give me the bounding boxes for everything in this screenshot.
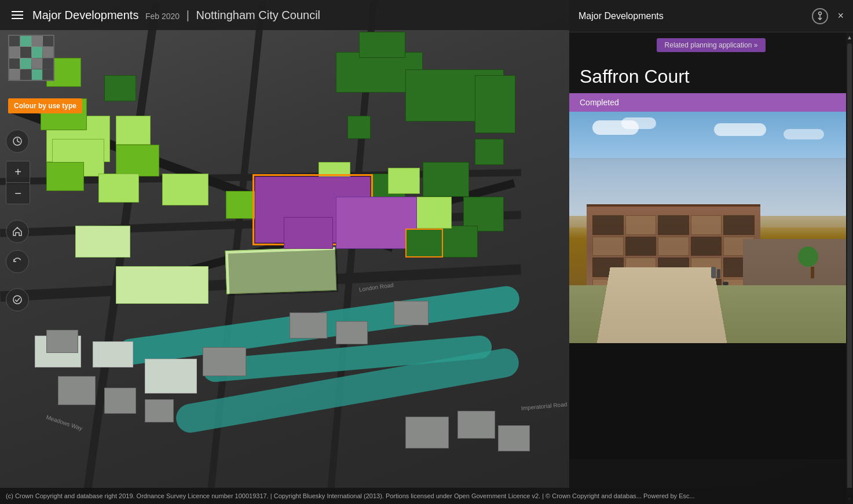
building-lime3[interactable] bbox=[116, 116, 151, 145]
tree-trunk bbox=[811, 267, 814, 278]
cloud2 bbox=[621, 117, 656, 129]
building-mid-green2[interactable] bbox=[116, 145, 159, 176]
panel-extra-content bbox=[569, 343, 853, 459]
building-green-dark10[interactable] bbox=[347, 116, 371, 139]
zoom-in-button[interactable]: + bbox=[6, 161, 30, 182]
building[interactable] bbox=[46, 330, 78, 353]
scrollbar-thumb[interactable] bbox=[847, 43, 852, 493]
building-gray2[interactable] bbox=[336, 321, 368, 344]
building-lime5[interactable] bbox=[162, 174, 208, 205]
building[interactable] bbox=[203, 347, 246, 376]
building-gray6[interactable] bbox=[145, 399, 174, 422]
photo-tree bbox=[807, 247, 818, 278]
building-gray5[interactable] bbox=[104, 388, 136, 414]
building-mid-green3[interactable] bbox=[46, 162, 84, 191]
zoom-controls: + − bbox=[6, 161, 30, 204]
cloud4 bbox=[784, 129, 824, 139]
app-name: Major Developments bbox=[32, 9, 138, 21]
building-green-dark9[interactable] bbox=[440, 226, 478, 257]
tree-canopy bbox=[798, 247, 818, 267]
photo-person bbox=[711, 267, 716, 278]
svg-line-2 bbox=[17, 141, 20, 142]
building-pale[interactable] bbox=[116, 266, 208, 304]
building-pale2[interactable] bbox=[75, 226, 130, 257]
detail-panel: Major Developments × Related planning ap… bbox=[569, 0, 853, 504]
header-organization: Nottingham City Council bbox=[196, 9, 320, 21]
panel-header-icons: × bbox=[812, 8, 844, 24]
status-badge: Completed bbox=[569, 93, 853, 112]
panel-header: Major Developments × bbox=[569, 0, 853, 32]
scrollbar-up-button[interactable]: ▲ bbox=[845, 32, 853, 42]
panel-close-button[interactable]: × bbox=[837, 10, 844, 22]
building-gray7[interactable] bbox=[405, 417, 449, 448]
cloud3 bbox=[714, 123, 766, 136]
building[interactable] bbox=[145, 359, 197, 393]
building-lime8[interactable] bbox=[388, 168, 420, 194]
building-green-dark4[interactable] bbox=[475, 75, 515, 133]
share-button[interactable] bbox=[812, 8, 828, 24]
photo-dog bbox=[723, 282, 728, 285]
minimap-thumbnail[interactable] bbox=[8, 35, 54, 81]
related-app-section: Related planning application » bbox=[569, 32, 853, 58]
building-green5[interactable] bbox=[104, 75, 136, 101]
building-large-pale[interactable] bbox=[225, 247, 337, 295]
header-date: Feb 2020 bbox=[145, 12, 180, 21]
building-green-dark7[interactable] bbox=[475, 139, 504, 165]
panel-title: Major Developments bbox=[579, 11, 664, 21]
related-planning-link[interactable]: Related planning application » bbox=[657, 38, 766, 52]
home-button[interactable] bbox=[6, 220, 29, 243]
building[interactable] bbox=[93, 341, 133, 367]
building-gray8[interactable] bbox=[457, 411, 495, 439]
building-selected-outline[interactable] bbox=[405, 229, 443, 257]
building-purple2[interactable] bbox=[336, 197, 417, 249]
building-purple3[interactable] bbox=[284, 217, 333, 249]
time-slider-button[interactable] bbox=[6, 130, 29, 153]
menu-button[interactable] bbox=[9, 9, 25, 21]
header-separator: | bbox=[186, 9, 189, 21]
status-bar-text: (c) Crown Copyright and database right 2… bbox=[6, 492, 695, 499]
status-bar: (c) Crown Copyright and database right 2… bbox=[0, 488, 853, 504]
svg-point-4 bbox=[819, 12, 822, 14]
building-gray9[interactable] bbox=[498, 425, 530, 451]
panel-scrollbar: ▲ ▼ bbox=[846, 32, 853, 504]
panel-scroll-area[interactable]: Related planning application » Saffron C… bbox=[569, 32, 853, 504]
development-image bbox=[569, 112, 853, 343]
photo-person2 bbox=[717, 269, 720, 278]
svg-point-3 bbox=[13, 296, 21, 304]
building-gray3[interactable] bbox=[394, 301, 429, 325]
zoom-out-button[interactable]: − bbox=[6, 183, 30, 204]
building-green-dark5[interactable] bbox=[423, 162, 469, 197]
layers-button[interactable] bbox=[6, 288, 29, 311]
building-green-dark2[interactable] bbox=[359, 32, 405, 58]
undo-button[interactable] bbox=[6, 250, 29, 273]
photo-path bbox=[596, 267, 728, 343]
colour-by-use-type-button[interactable]: Colour by use type bbox=[8, 98, 82, 113]
development-title: Saffron Court bbox=[569, 58, 853, 93]
building-lime4[interactable] bbox=[98, 174, 139, 203]
building-gray4[interactable] bbox=[58, 376, 96, 405]
building-gray1[interactable] bbox=[290, 312, 327, 339]
thumbnail-image bbox=[9, 36, 53, 80]
